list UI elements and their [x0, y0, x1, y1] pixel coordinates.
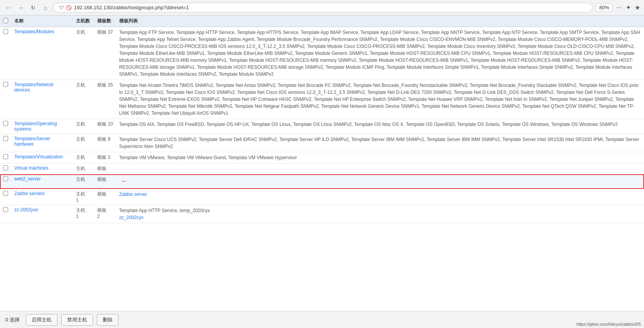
col-header-templates: 模板数 [94, 15, 116, 27]
col-header-hosts: 主机数 [73, 15, 94, 27]
template-count-cell: 模板 [94, 189, 116, 205]
row-checkbox-cell [0, 152, 11, 163]
row-checkbox[interactable] [3, 165, 8, 170]
host-count: 主机1 [76, 191, 85, 203]
group-name-link[interactable]: Templates/Server hardware [14, 136, 50, 147]
row-checkbox[interactable] [3, 176, 8, 181]
reload-button[interactable]: ↻ [29, 3, 38, 12]
row-checkbox[interactable] [3, 136, 8, 141]
template-list-cell: ← [116, 174, 644, 189]
row-checkbox[interactable] [3, 154, 8, 159]
row-checkbox[interactable] [3, 121, 8, 126]
host-count-cell: 主机 [73, 80, 94, 119]
group-name-link[interactable]: Templates/Operating systems [14, 121, 57, 132]
row-checkbox[interactable] [3, 29, 8, 34]
forward-button[interactable]: → [16, 3, 25, 12]
row-checkbox[interactable] [3, 191, 8, 196]
template-list-cell: Template VM VMware, Template VM VMware G… [116, 152, 644, 163]
table-row: web2_server主机模板← [0, 174, 644, 189]
col-header-name: 名称 [11, 15, 73, 27]
linked-template-link[interactable]: Zabbix server [119, 192, 147, 197]
group-name-link[interactable]: Templates/Modules [14, 29, 54, 34]
col-header-template-list: 模板列表 [116, 15, 644, 27]
template-count-cell: 模板 37 [94, 27, 116, 80]
template-count-cell: 模板 10 [94, 119, 116, 134]
bookmark-shield-icon[interactable]: ✦ [626, 4, 631, 11]
linked-template-link[interactable]: zz_2002cyx [119, 215, 144, 220]
group-name-link[interactable]: Templates/Network devices [14, 82, 54, 93]
group-name-link[interactable]: zz-2002yun [14, 207, 38, 212]
host-count-cell: 主机 [73, 152, 94, 163]
host-count: 主机1 [76, 207, 85, 219]
template-list-cell: Zabbix server [116, 189, 644, 205]
address-bar[interactable]: 🛡 🚫 192.168.152.130/zabbix/hostgroups.ph… [53, 3, 593, 12]
home-button[interactable]: ⌂ [41, 3, 50, 12]
template-list-cell: Template Server Cisco UCS SNMPv2, Templa… [116, 134, 644, 152]
table-row: Templates/Network devices主机模板 25Template… [0, 80, 644, 119]
row-checkbox-cell [0, 163, 11, 174]
host-count-cell: 主机1 [73, 189, 94, 205]
template-list-cell: Template OS AIX, Template OS FreeBSD, Te… [116, 119, 644, 134]
table-row: zz-2002yun主机1模板2Template App HTTP Servic… [0, 205, 644, 223]
template-count-cell: 模板 8 [94, 134, 116, 152]
table-row: Templates/Server hardware主机模板 8Template … [0, 134, 644, 152]
host-count-cell: 主机 [73, 174, 94, 189]
template-list-cell: Template Net Alcatel Timetra TiMOS SNMPv… [116, 80, 644, 119]
more-icon[interactable]: ⋯ [616, 4, 622, 11]
row-checkbox-cell [0, 205, 11, 223]
table-row: Virtual machines主机模板 [0, 163, 644, 174]
template-list-cell: Template App HTTP Service, temp_2020cyxz… [116, 205, 644, 223]
group-name-link[interactable]: Templates/Virtualization [14, 154, 63, 160]
row-checkbox-cell [0, 80, 11, 119]
select-all-header [0, 15, 11, 27]
template-count-cell: 模板 3 [94, 152, 116, 163]
template-count: 模板2 [97, 207, 106, 219]
template-count: 模板 [97, 191, 106, 197]
group-name-cell: Zabbix servers [11, 189, 73, 205]
star-icon[interactable]: ★ [635, 4, 640, 11]
group-name-link[interactable]: Virtual machines [14, 165, 49, 171]
table-row: Templates/Virtualization主机模板 3Template V… [0, 152, 644, 163]
template-count-cell: 模板 25 [94, 80, 116, 119]
row-checkbox[interactable] [3, 82, 8, 87]
back-button[interactable]: ← [4, 3, 13, 12]
template-list-cell [116, 163, 644, 174]
group-name-cell: Virtual machines [11, 163, 73, 174]
zoom-level: 80% [596, 3, 613, 12]
row-checkbox-cell [0, 134, 11, 152]
template-list-cell: Template App FTP Service, Template App H… [116, 27, 644, 80]
group-name-cell: Templates/Modules [11, 27, 73, 80]
template-count-cell: 模板2 [94, 205, 116, 223]
url-text: 192.168.152.130/zabbix/hostgroups.php?dd… [74, 5, 189, 10]
group-name-cell: Templates/Operating systems [11, 119, 73, 134]
group-name-link[interactable]: web2_server [14, 176, 41, 182]
warning-icon: 🚫 [66, 5, 72, 10]
page-content: 名称 主机数 模板数 模板列表 Templates/Modules主机模板 37… [0, 15, 644, 223]
security-icon: 🛡 [59, 5, 64, 10]
table-header: 名称 主机数 模板数 模板列表 [0, 15, 644, 27]
row-checkbox-cell [0, 174, 11, 189]
table-row: Templates/Modules主机模板 37Template App FTP… [0, 27, 644, 80]
host-count-cell: 主机 [73, 134, 94, 152]
host-count-cell: 主机 [73, 163, 94, 174]
host-count-cell: 主机 [73, 27, 94, 80]
table-row: Templates/Operating systems主机模板 10Templa… [0, 119, 644, 134]
table-row: Zabbix servers主机1模板Zabbix server [0, 189, 644, 205]
host-groups-table: 名称 主机数 模板数 模板列表 Templates/Modules主机模板 37… [0, 15, 644, 223]
row-checkbox-cell [0, 27, 11, 80]
red-arrow-icon: ← [121, 177, 128, 185]
browser-actions: ⋯ ✦ ★ [616, 4, 640, 11]
group-name-link[interactable]: Zabbix servers [14, 191, 45, 196]
row-checkbox-cell [0, 119, 11, 134]
host-count-cell: 主机1 [73, 205, 94, 223]
row-checkbox-cell [0, 189, 11, 205]
browser-chrome: ← → ↻ ⌂ 🛡 🚫 192.168.152.130/zabbix/hostg… [0, 0, 644, 15]
group-name-cell: web2_server [11, 174, 73, 189]
select-all-checkbox[interactable] [3, 18, 8, 23]
group-name-cell: zz-2002yun [11, 205, 73, 223]
group-name-cell: Templates/Server hardware [11, 134, 73, 152]
row-checkbox[interactable] [3, 207, 8, 212]
group-name-cell: Templates/Network devices [11, 80, 73, 119]
group-name-cell: Templates/Virtualization [11, 152, 73, 163]
host-count-cell: 主机 [73, 119, 94, 134]
